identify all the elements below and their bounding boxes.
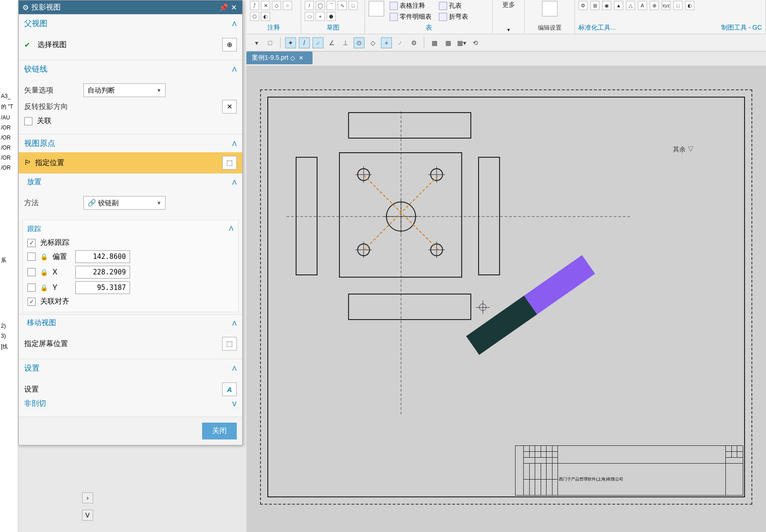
lock-icon[interactable]: 🔒 bbox=[40, 253, 48, 260]
associate-checkbox[interactable] bbox=[24, 117, 32, 125]
offset-label: 偏置 bbox=[52, 252, 71, 262]
tool-icon[interactable]: □ bbox=[673, 1, 683, 10]
select-view-button[interactable]: ⊕ bbox=[222, 38, 237, 52]
tree-item[interactable]: A3_ bbox=[0, 91, 18, 101]
tool-icon[interactable]: ⊕ bbox=[650, 1, 659, 10]
snap-quad-icon[interactable]: ◇ bbox=[367, 37, 378, 48]
snap-settings-icon[interactable]: ⚙ bbox=[408, 37, 419, 48]
tree-item[interactable]: 3) bbox=[0, 331, 18, 341]
tree-item[interactable]: /AU bbox=[0, 113, 18, 123]
tree-item[interactable]: 的 "T bbox=[0, 101, 18, 113]
vector-option-select[interactable]: 自动判断 ▼ bbox=[83, 83, 166, 97]
screen-pos-button[interactable]: ⬚ bbox=[222, 337, 237, 351]
ribbon-small-icon[interactable]: / bbox=[305, 1, 314, 10]
table-note-btn[interactable]: 表格注释 bbox=[388, 1, 433, 11]
specify-position-button[interactable]: ⬚ bbox=[222, 156, 237, 170]
ribbon-small-icon[interactable]: ⬭ bbox=[305, 12, 314, 21]
lock-icon[interactable]: 🔒 bbox=[40, 269, 48, 276]
ribbon-small-icon[interactable]: ⬣ bbox=[327, 12, 336, 21]
ribbon-small-icon[interactable]: ◐ bbox=[261, 12, 270, 21]
drawing-view-top bbox=[348, 112, 471, 139]
ribbon-small-icon[interactable]: ◯ bbox=[316, 1, 325, 10]
reverse-dir-button[interactable]: ✕ bbox=[222, 100, 237, 114]
ribbon-small-icon[interactable]: ○ bbox=[283, 1, 292, 10]
lock-icon[interactable]: 🔒 bbox=[40, 284, 48, 291]
snap-plus-icon[interactable]: + bbox=[381, 37, 392, 48]
grid2-icon[interactable]: ▦ bbox=[443, 37, 453, 48]
snap-point-icon[interactable]: ✦ bbox=[285, 37, 296, 48]
assoc-align-checkbox[interactable]: ✓ bbox=[27, 298, 36, 306]
tool-icon[interactable]: ⚙ bbox=[578, 1, 588, 10]
ribbon-small-icon[interactable]: ⌒ bbox=[327, 1, 336, 10]
move-view-header[interactable]: 移动视图 ᐱ bbox=[19, 314, 242, 331]
cursor-track-checkbox[interactable]: ✓ bbox=[27, 239, 36, 247]
tool-icon[interactable]: ◉ bbox=[602, 1, 611, 10]
ribbon-small-icon[interactable]: ⬡ bbox=[250, 12, 259, 21]
snap-tangent-icon[interactable]: ⟋ bbox=[395, 37, 406, 48]
tool-rect-icon[interactable]: □ bbox=[265, 37, 276, 48]
specify-position-row[interactable]: 🏳 指定位置 ⬚ bbox=[19, 152, 242, 173]
close-icon[interactable]: ✕ bbox=[299, 55, 303, 61]
tool-icon[interactable]: A bbox=[638, 1, 647, 10]
tool-misc-icon[interactable]: ⟲ bbox=[470, 37, 481, 48]
tool-icon[interactable]: xyz bbox=[662, 1, 671, 10]
tree-item[interactable]: /OR bbox=[0, 163, 18, 173]
ribbon-small-icon[interactable]: ⤴ bbox=[250, 1, 259, 10]
snap-mid-icon[interactable]: ⟋ bbox=[313, 37, 323, 48]
center-mark bbox=[430, 168, 443, 181]
close-button[interactable]: 关闭 bbox=[202, 423, 237, 439]
y-input[interactable] bbox=[75, 281, 130, 294]
section-mode-label[interactable]: 非剖切 bbox=[24, 399, 228, 408]
table-icon[interactable] bbox=[369, 1, 384, 16]
y-checkbox[interactable] bbox=[27, 284, 36, 292]
tree-item[interactable]: /OR bbox=[0, 123, 18, 133]
tree-item[interactable]: 2) bbox=[0, 321, 18, 331]
ribbon-small-icon[interactable]: + bbox=[316, 12, 325, 21]
tree-item[interactable]: 系 bbox=[0, 255, 18, 266]
ribbon-small-icon[interactable]: □ bbox=[349, 1, 358, 10]
part-list-btn[interactable]: 零件明细表 bbox=[388, 12, 433, 22]
file-tab[interactable]: 案例1-9.5.prt ◇ ✕ bbox=[246, 52, 313, 64]
tracking-header[interactable]: 跟踪 ᐱ bbox=[27, 223, 234, 235]
ribbon-small-icon[interactable]: ✕ bbox=[261, 1, 270, 10]
bend-table-btn[interactable]: 折弯表 bbox=[437, 12, 470, 22]
chevron-down-icon[interactable]: ᐯ bbox=[82, 510, 93, 521]
offset-input[interactable] bbox=[75, 250, 130, 263]
more-btn[interactable]: 更多 bbox=[502, 1, 515, 9]
snap-perp-icon[interactable]: ∠ bbox=[326, 37, 337, 48]
tree-item[interactable]: /OR bbox=[0, 143, 18, 153]
section-view-origin[interactable]: 视图原点 ᐱ bbox=[19, 134, 242, 152]
table-drop-icon[interactable]: ▦▾ bbox=[456, 37, 467, 48]
tool-icon[interactable]: △ bbox=[626, 1, 635, 10]
edit-settings-icon[interactable] bbox=[542, 1, 558, 16]
section-parent-view[interactable]: 父视图 ᐱ bbox=[19, 14, 242, 32]
ribbon-small-icon[interactable]: ◇ bbox=[272, 1, 281, 10]
grid-icon[interactable]: ▦ bbox=[429, 37, 440, 48]
tree-item[interactable]: /OR bbox=[0, 133, 18, 143]
placement-header[interactable]: 放置 ᐱ bbox=[19, 173, 242, 191]
x-checkbox[interactable] bbox=[27, 268, 36, 276]
ribbon-small-icon[interactable]: ∿ bbox=[338, 1, 347, 10]
section-settings[interactable]: 设置 ᐱ bbox=[19, 359, 242, 377]
tool-dropdown[interactable]: ▾ bbox=[251, 37, 262, 48]
offset-checkbox[interactable] bbox=[27, 253, 36, 261]
tool-icon[interactable]: ⊞ bbox=[590, 1, 599, 10]
drawing-canvas[interactable]: 其余 ▽ bbox=[246, 66, 766, 532]
pin-icon[interactable]: 📌 bbox=[219, 2, 229, 12]
tool-icon[interactable]: ◐ bbox=[685, 1, 694, 10]
tree-item[interactable]: /OR bbox=[0, 153, 18, 163]
draft-tools-label[interactable]: 制图工具 - GC bbox=[721, 23, 762, 33]
snap-intersect-icon[interactable]: ⊥ bbox=[340, 37, 351, 48]
tree-item[interactable]: [线 bbox=[0, 341, 18, 352]
x-input[interactable] bbox=[75, 266, 130, 279]
snap-end-icon[interactable]: / bbox=[299, 37, 310, 48]
snap-center-icon[interactable]: ⊙ bbox=[354, 37, 365, 48]
std-tools-label[interactable]: 标准化工具... bbox=[578, 23, 616, 33]
scroll-right-icon[interactable]: › bbox=[82, 492, 93, 503]
section-hinge-line[interactable]: 铰链线 ᐱ bbox=[19, 60, 242, 78]
hole-table-btn[interactable]: 孔表 bbox=[437, 1, 470, 11]
settings-button[interactable]: A bbox=[222, 382, 237, 396]
tool-icon[interactable]: ▲ bbox=[614, 1, 623, 10]
close-icon[interactable]: ✕ bbox=[229, 2, 239, 12]
method-select[interactable]: 🔗 铰链副 ▼ bbox=[83, 196, 166, 210]
